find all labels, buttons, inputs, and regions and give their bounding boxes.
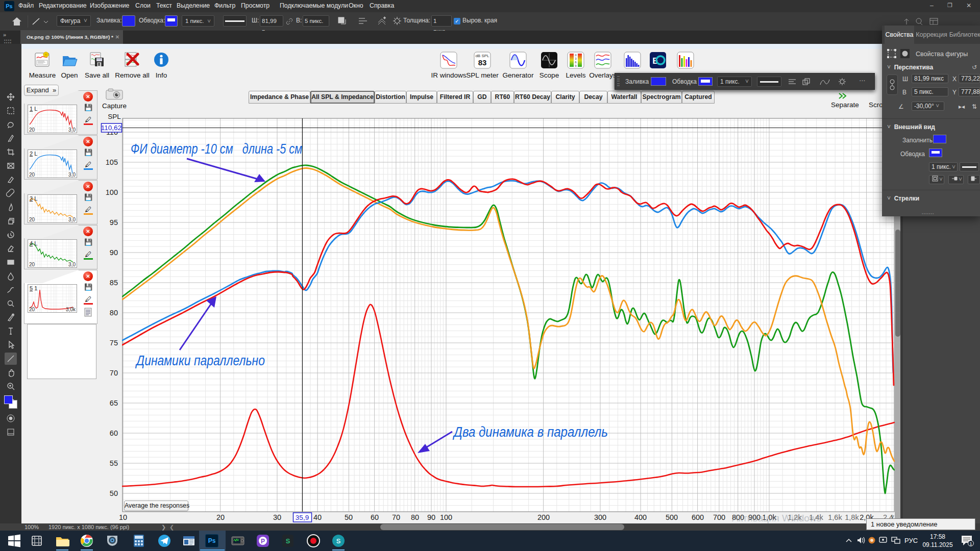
- svg-text:105: 105: [106, 158, 118, 166]
- svg-text:40: 40: [313, 513, 322, 521]
- svg-text:10: 10: [119, 513, 127, 521]
- svg-text:70: 70: [392, 513, 400, 521]
- svg-text:Динамики параллельно: Динамики параллельно: [135, 353, 265, 368]
- svg-text:700: 700: [713, 513, 725, 521]
- svg-text:600: 600: [692, 513, 704, 521]
- svg-text:50: 50: [110, 489, 118, 497]
- svg-text:110,62: 110,62: [101, 124, 121, 132]
- svg-text:1,8k: 1,8k: [845, 513, 859, 521]
- svg-text:70: 70: [110, 369, 118, 377]
- svg-text:80: 80: [110, 309, 118, 317]
- svg-text:200: 200: [537, 513, 550, 521]
- svg-text:Два динамика в параллель: Два динамика в параллель: [452, 424, 608, 440]
- svg-text:90: 90: [427, 513, 435, 521]
- svg-text:100: 100: [106, 188, 118, 196]
- svg-text:500: 500: [666, 513, 678, 521]
- svg-text:85: 85: [110, 279, 118, 287]
- svg-text:100: 100: [440, 513, 452, 521]
- svg-text:Активация Windows: Активация Windows: [732, 513, 821, 523]
- svg-text:P: P: [261, 538, 265, 545]
- svg-text:95: 95: [110, 218, 118, 227]
- svg-text:300: 300: [594, 513, 606, 521]
- svg-text:S: S: [336, 537, 341, 545]
- svg-text:35,9: 35,9: [296, 514, 309, 521]
- svg-text:60: 60: [110, 429, 118, 437]
- svg-text:55: 55: [110, 459, 118, 467]
- svg-text:30: 30: [273, 513, 281, 521]
- svg-text:65: 65: [110, 399, 118, 407]
- svg-text:1,6k: 1,6k: [828, 513, 842, 521]
- svg-text:400: 400: [634, 513, 647, 521]
- svg-text:50: 50: [345, 513, 353, 521]
- svg-text:20: 20: [216, 513, 225, 521]
- svg-text:60: 60: [371, 513, 379, 521]
- svg-text:S: S: [286, 537, 290, 545]
- svg-text:ФИ диаметр -10 см длина -5 с: ФИ диаметр -10 см длина -5 см: [131, 141, 302, 157]
- svg-text:90: 90: [110, 248, 118, 257]
- svg-text:80: 80: [411, 513, 419, 521]
- svg-text:75: 75: [110, 339, 118, 347]
- svg-text:1: 1: [969, 541, 972, 546]
